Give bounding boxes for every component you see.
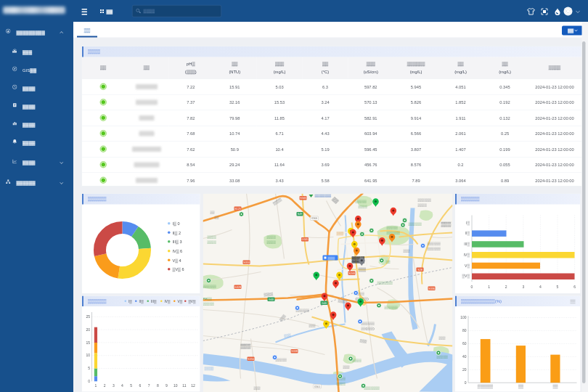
svg-text:▒▒▒▒▒▒: ▒▒▒▒▒▒ (203, 285, 217, 288)
svg-text:▒▒▒▒▒▒▒: ▒▒▒▒▒▒▒ (364, 386, 380, 390)
svg-text:IV▒: IV▒ (464, 253, 470, 258)
svg-text:▒▒▒▒: ▒▒▒▒ (267, 235, 277, 239)
svg-text:S336: S336 (428, 287, 434, 290)
svg-text:12: 12 (191, 383, 195, 388)
svg-text:5: 5 (557, 285, 559, 289)
svg-text:10: 10 (173, 383, 178, 388)
svg-text:▒▒▒: ▒▒▒ (309, 324, 317, 327)
svg-text:80: 80 (462, 328, 467, 332)
svg-text:▒▒▒▒: ▒▒▒▒ (353, 359, 362, 362)
svg-text:6: 6 (139, 383, 142, 388)
svg-text:▒▒▒▒▒▒▒: ▒▒▒▒▒▒▒ (377, 281, 393, 285)
svg-text:G40: G40 (269, 298, 274, 301)
svg-text:15: 15 (86, 340, 90, 345)
svg-text:▒▒▒▒▒: ▒▒▒▒▒ (356, 200, 367, 203)
svg-text:10: 10 (86, 353, 90, 357)
svg-text:5: 5 (88, 366, 90, 370)
svg-text:X306: X306 (311, 217, 317, 220)
svg-text:4: 4 (121, 383, 123, 388)
svg-text:▒▒▒▒: ▒▒▒▒ (337, 382, 346, 385)
svg-text:20: 20 (462, 367, 467, 372)
svg-text:2: 2 (505, 285, 507, 289)
svg-text:3: 3 (113, 383, 115, 388)
svg-text:7: 7 (148, 383, 150, 388)
svg-text:▒▒▒▒▒▒: ▒▒▒▒▒▒ (428, 247, 441, 250)
svg-text:S243: S243 (348, 272, 354, 275)
svg-text:S356: S356 (248, 358, 253, 361)
svg-text:▒V▒: ▒V▒ (462, 274, 470, 279)
svg-text:▒▒▒: ▒▒▒ (359, 267, 367, 272)
svg-text:V▒: V▒ (465, 264, 470, 269)
svg-text:▒▒: ▒▒ (215, 216, 220, 219)
svg-text:▒▒▒▒▒▒: ▒▒▒▒▒▒ (385, 306, 399, 309)
svg-text:0: 0 (465, 380, 467, 385)
svg-text:25: 25 (86, 314, 90, 319)
svg-text:G328: G328 (234, 286, 241, 289)
svg-text:▒▒▒: ▒▒▒ (254, 386, 261, 390)
svg-text:0: 0 (471, 285, 473, 289)
svg-text:S353: S353 (243, 261, 249, 264)
svg-text:▒▒▒▒▒▒: ▒▒▒▒▒▒ (409, 222, 422, 226)
svg-text:FM▒▒: FM▒▒ (203, 297, 213, 301)
svg-text:▒▒: ▒▒ (552, 384, 558, 389)
svg-text:▒▒▒▒▒: ▒▒▒▒▒ (203, 302, 215, 306)
svg-text:S49: S49 (298, 213, 302, 216)
svg-text:9: 9 (166, 383, 168, 388)
svg-text:G40: G40 (322, 302, 327, 305)
svg-text:40: 40 (462, 354, 467, 359)
svg-text:▒▒▒: ▒▒▒ (343, 365, 351, 369)
svg-text:8: 8 (157, 383, 159, 388)
svg-text:2: 2 (104, 383, 106, 388)
svg-text:60: 60 (462, 341, 467, 346)
svg-text:3: 3 (522, 285, 524, 289)
svg-text:▒▒▒: ▒▒▒ (441, 221, 452, 227)
svg-text:11: 11 (182, 383, 186, 388)
svg-text:S125: S125 (234, 208, 240, 211)
svg-text:▒▒▒▒▒▒: ▒▒▒▒▒▒ (418, 198, 432, 202)
svg-text:▒▒▒▒▒▒: ▒▒▒▒▒▒ (428, 242, 441, 245)
svg-text:6: 6 (573, 285, 576, 289)
svg-text:▒▒▒▒▒▒▒▒: ▒▒▒▒▒▒▒▒ (315, 194, 332, 197)
svg-text:5: 5 (130, 383, 132, 388)
svg-text:▒▒▒▒▒▒: ▒▒▒▒▒▒ (362, 322, 375, 325)
svg-text:▒▒▒: ▒▒▒ (439, 336, 446, 340)
svg-text:▒▒: ▒▒ (211, 211, 216, 214)
svg-text:▒▒▒▒▒▒: ▒▒▒▒▒▒ (387, 231, 401, 234)
svg-text:4: 4 (539, 285, 542, 289)
svg-text:▒▒(▒▒▒): ▒▒(▒▒▒) (362, 327, 375, 330)
svg-text:1: 1 (95, 383, 97, 388)
svg-text:III▒: III▒ (464, 242, 470, 247)
svg-text:▒▒: ▒▒ (386, 260, 391, 264)
svg-text:I▒: I▒ (466, 221, 470, 226)
svg-text:0: 0 (88, 379, 90, 383)
svg-text:▒▒▒▒▒: ▒▒▒▒▒ (387, 226, 399, 229)
svg-text:▒▒▒: ▒▒▒ (241, 343, 251, 349)
svg-text:▒▒: ▒▒ (518, 384, 524, 389)
svg-text:▒▒▒: ▒▒▒ (404, 249, 411, 253)
svg-text:▒▒▒▒: ▒▒▒▒ (418, 203, 428, 207)
svg-text:S28: S28 (417, 269, 422, 271)
svg-text:100: 100 (460, 315, 467, 319)
svg-text:▒▒▒▒▒▒: ▒▒▒▒▒▒ (478, 384, 494, 389)
svg-text:G345: G345 (300, 197, 306, 200)
svg-text:S338: S338 (291, 350, 297, 353)
svg-text:▒▒▒▒: ▒▒▒▒ (208, 235, 217, 239)
svg-text:▒▒▒▒: ▒▒▒▒ (359, 205, 368, 208)
svg-text:20: 20 (86, 327, 90, 332)
svg-text:▒▒▒▒: ▒▒▒▒ (267, 240, 277, 244)
svg-text:X301: X301 (314, 385, 320, 388)
svg-text:II▒: II▒ (465, 231, 470, 236)
svg-text:▒▒▒▒: ▒▒▒▒ (208, 240, 217, 244)
svg-text:G345: G345 (302, 238, 309, 241)
svg-text:1: 1 (488, 285, 490, 289)
